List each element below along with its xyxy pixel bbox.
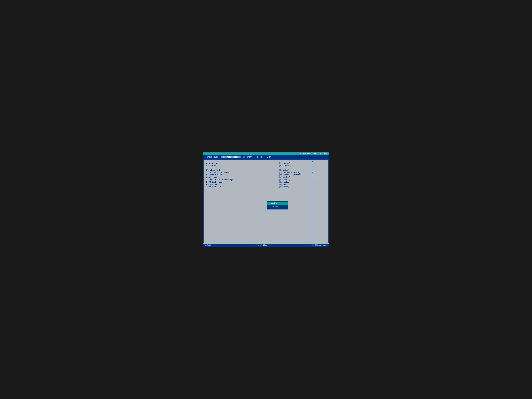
utility-title: InsydeH20 Setup Utility (299, 153, 328, 155)
menu-item-security[interactable]: Security (241, 156, 255, 158)
menu-item-configuration[interactable]: Configuration (221, 156, 241, 158)
dropdown-popup: Enabled Disabled (267, 201, 288, 209)
help-text: Whthpr[EVi[DVi (312, 161, 327, 179)
setting-row-graphic-device[interactable]: Graphic Device [Switchable Graphics] (206, 174, 308, 176)
settings-panel: System Time [21:51:26] System Date [08/1… (204, 160, 311, 243)
setting-row-sata-controller[interactable]: SATA Controller Mode [Intel RST Premium] (206, 171, 308, 174)
hint-help: F1 Help (204, 244, 211, 246)
setting-row-power-beep[interactable]: Power Beep [Disabled] (206, 176, 308, 178)
setting-row-system-time[interactable]: System Time [21:51:26] (206, 162, 308, 165)
menu-item-information[interactable]: Information (203, 156, 221, 158)
setting-row-intel-vt[interactable]: Intel Virtual Technology [Disabled] (206, 179, 308, 181)
help-panel: Whthpr[EVi[DVi (311, 160, 328, 243)
setting-row-system-date[interactable]: System Date [08/16/2021] (206, 165, 308, 167)
utility-title-bar: InsydeH20 Setup Utility (203, 152, 329, 155)
menu-bar: Information Configuration Security Boot … (203, 155, 329, 159)
setting-row-always-on-usb[interactable]: Always On USB [Enabled] (206, 186, 308, 188)
menu-item-exit[interactable]: Exit (264, 156, 274, 158)
hint-select: ↑↓ Select Item (253, 244, 267, 246)
hint-change-values: F5/F6 Change Values (310, 244, 328, 246)
bottom-bar: F1 Help ↑↓ Select Item F5/F6 Change Valu… (203, 244, 329, 247)
bios-screen: InsydeH20 Setup Utility Information Conf… (203, 152, 329, 247)
setting-row-wireless-lan[interactable]: Wireless LAN [Enabled] (206, 169, 308, 171)
settings-table: System Time [21:51:26] System Date [08/1… (206, 162, 308, 188)
menu-item-boot[interactable]: Boot (255, 156, 264, 158)
dropdown-option-disabled[interactable]: Disabled (267, 205, 288, 209)
setting-row-bios-back-flash[interactable]: BIOS Back Flash [Disabled] (206, 181, 308, 183)
setting-row-hotkey-mode[interactable]: HotKey Mode [Enabled] (206, 184, 308, 185)
dropdown-option-enabled[interactable]: Enabled (267, 202, 288, 205)
main-content: System Time [21:51:26] System Date [08/1… (203, 159, 329, 243)
